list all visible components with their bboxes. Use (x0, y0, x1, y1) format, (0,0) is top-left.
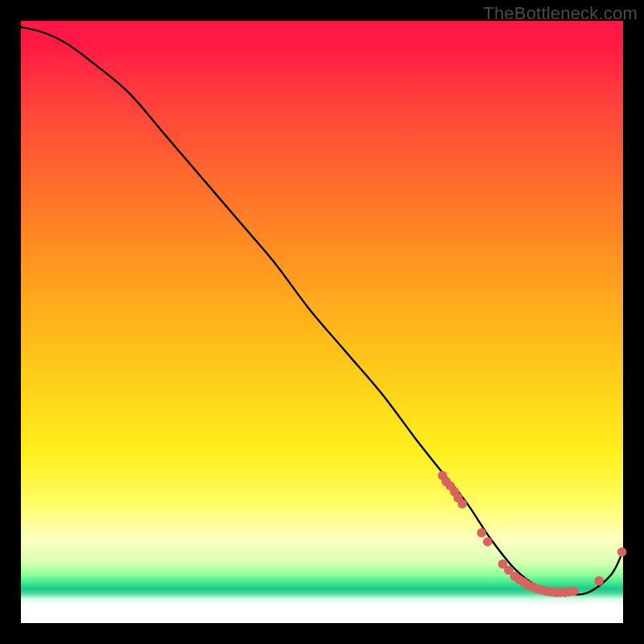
data-point-marker (594, 576, 604, 586)
data-point-marker (477, 528, 486, 538)
curve-line (21, 27, 623, 595)
data-point-marker (569, 587, 579, 597)
chart-stage: TheBottleneck.com (0, 0, 644, 644)
data-point-marker (458, 499, 468, 509)
curve-markers (438, 471, 627, 597)
chart-plot-area (21, 21, 623, 623)
data-point-marker (617, 547, 627, 557)
data-point-marker (483, 537, 493, 547)
chart-svg (21, 21, 623, 623)
